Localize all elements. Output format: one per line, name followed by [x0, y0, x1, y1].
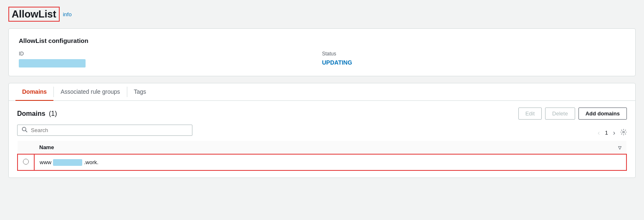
id-label: ID — [19, 51, 322, 57]
config-panel: AllowList configuration ID Status UPDATI… — [8, 28, 636, 76]
tab-tags[interactable]: Tags — [127, 83, 153, 101]
prev-page-button[interactable]: ‹ — [596, 128, 601, 138]
svg-point-2 — [623, 131, 624, 133]
id-value-redacted — [19, 59, 86, 68]
search-container[interactable] — [17, 125, 192, 136]
sort-icon: ▽ — [618, 145, 621, 150]
tab-rule-groups[interactable]: Associated rule groups — [54, 83, 126, 101]
info-link[interactable]: info — [63, 11, 72, 18]
search-input[interactable] — [31, 127, 188, 133]
col-header-name[interactable]: Name — [34, 141, 613, 154]
domain-suffix: .work. — [84, 159, 98, 165]
domains-header: Domains (1) Edit Delete Add domains — [17, 108, 627, 120]
next-page-button[interactable]: › — [611, 128, 617, 138]
row-radio[interactable] — [23, 159, 29, 165]
search-row: ‹ 1 › — [17, 125, 627, 141]
domains-actions: Edit Delete Add domains — [518, 108, 627, 120]
id-field: ID — [19, 51, 322, 68]
tabs-bar: Domains Associated rule groups Tags — [9, 83, 635, 101]
edit-button[interactable]: Edit — [518, 108, 542, 120]
domains-section: Domains (1) Edit Delete Add domains — [9, 101, 635, 178]
status-label: Status — [322, 51, 626, 57]
status-field: Status UPDATING — [322, 51, 626, 68]
page-number: 1 — [605, 130, 608, 136]
domain-prefix: www — [40, 159, 51, 165]
tab-domains[interactable]: Domains — [15, 83, 53, 101]
delete-button[interactable]: Delete — [545, 108, 575, 120]
settings-button[interactable] — [620, 129, 627, 137]
row-name-cell: www .work. — [34, 154, 626, 170]
add-domains-button[interactable]: Add domains — [578, 108, 627, 120]
search-icon — [22, 127, 28, 134]
table-row: www .work. — [18, 154, 626, 170]
table-header-row: Name ▽ — [18, 141, 626, 154]
status-value: UPDATING — [322, 59, 626, 66]
domains-table: Name ▽ www — [17, 141, 627, 171]
svg-line-1 — [25, 130, 27, 132]
page-title: AllowList — [8, 7, 60, 22]
page-header: AllowList info — [8, 7, 636, 22]
domains-count: (1) — [49, 110, 57, 117]
domain-name-cell: www .work. — [40, 159, 621, 166]
row-select-cell — [18, 154, 34, 170]
col-header-sort: ▽ — [613, 141, 626, 154]
col-header-select — [18, 141, 34, 154]
domain-redacted — [53, 159, 82, 166]
domains-title: Domains (1) — [17, 110, 57, 118]
config-panel-title: AllowList configuration — [19, 37, 625, 44]
right-controls: ‹ 1 › — [596, 128, 627, 138]
tabs-container: Domains Associated rule groups Tags Doma… — [8, 83, 636, 178]
